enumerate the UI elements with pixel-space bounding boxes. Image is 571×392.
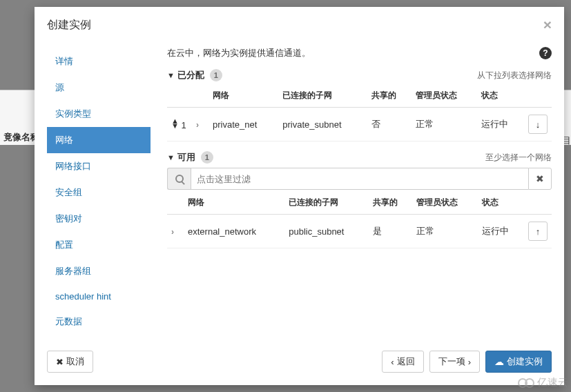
create-instance-modal: 创建实例 × 详情 源 实例类型 网络 网络接口 安全组 密钥对 配置 服务器组… — [35, 7, 564, 385]
col-status: 状态 — [477, 83, 524, 108]
col-admin: 管理员状态 — [412, 83, 477, 108]
cell-status: 运行中 — [478, 215, 524, 248]
close-icon: ✖ — [56, 357, 64, 367]
cancel-button[interactable]: ✖ 取消 — [47, 351, 93, 373]
watermark-text: 亿速云 — [537, 376, 568, 389]
order-cell[interactable]: ▲▼ 1 — [167, 108, 192, 141]
sidebar-item-scheduler[interactable]: scheduler hint — [47, 284, 151, 308]
expand-row-icon[interactable]: › — [171, 227, 174, 237]
allocated-toggle[interactable]: ▼ 已分配 1 — [167, 69, 222, 81]
col-shared: 共享的 — [369, 190, 412, 215]
available-title: 可用 — [177, 151, 195, 164]
filter-bar: ✖ — [167, 168, 552, 190]
search-icon — [167, 168, 191, 190]
chevron-down-icon: ▼ — [167, 71, 175, 79]
modal-footer: ✖ 取消 ‹ 返回 下一项 › ☁ 创建实例 — [35, 342, 564, 385]
modal-header: 创建实例 × — [35, 7, 564, 43]
watermark: 亿速云 — [518, 376, 568, 389]
sidebar-item-source[interactable]: 源 — [47, 75, 151, 101]
available-count-badge: 1 — [201, 151, 213, 164]
available-row: › external_network public_subnet 是 正常 运行… — [167, 215, 552, 248]
network-panel: 在云中，网络为实例提供通信通道。 ? ▼ 已分配 1 从下拉列表选择网络 网络 — [167, 43, 552, 333]
cell-network: external_network — [184, 215, 284, 248]
remove-network-button[interactable]: ↓ — [528, 115, 548, 134]
col-status: 状态 — [478, 190, 524, 215]
wizard-sidebar: 详情 源 实例类型 网络 网络接口 安全组 密钥对 配置 服务器组 schedu… — [47, 43, 151, 333]
clear-filter-icon[interactable]: ✖ — [528, 168, 552, 190]
modal-body: 详情 源 实例类型 网络 网络接口 安全组 密钥对 配置 服务器组 schedu… — [35, 43, 564, 342]
col-subnet: 已连接的子网 — [278, 83, 367, 108]
available-header-row: 网络 已连接的子网 共享的 管理员状态 状态 — [167, 190, 552, 215]
sidebar-item-metadata[interactable]: 元数据 — [47, 308, 151, 335]
col-network: 网络 — [184, 190, 284, 215]
allocated-count-badge: 1 — [210, 69, 222, 81]
sort-arrows-icon: ▲▼ — [171, 119, 179, 128]
allocated-section-head: ▼ 已分配 1 从下拉列表选择网络 — [167, 69, 552, 81]
help-icon[interactable]: ? — [539, 47, 552, 59]
panel-description: 在云中，网络为实例提供通信通道。 — [167, 47, 311, 59]
sidebar-item-config[interactable]: 配置 — [47, 232, 151, 258]
col-shared: 共享的 — [367, 83, 412, 108]
allocated-row: ▲▼ 1 › private_net private_subnet 否 正常 运… — [167, 108, 552, 141]
create-instance-button[interactable]: ☁ 创建实例 — [485, 351, 552, 373]
available-hint: 至少选择一个网络 — [485, 152, 552, 164]
allocated-title: 已分配 — [177, 69, 204, 81]
col-admin: 管理员状态 — [412, 190, 478, 215]
watermark-icon — [518, 378, 534, 388]
next-label: 下一项 — [438, 355, 465, 368]
modal-title: 创建实例 — [47, 18, 91, 32]
allocated-header-row: 网络 已连接的子网 共享的 管理员状态 状态 — [167, 83, 552, 108]
cell-admin: 正常 — [412, 215, 478, 248]
col-subnet: 已连接的子网 — [284, 190, 369, 215]
chevron-down-icon: ▼ — [167, 153, 175, 161]
sidebar-item-flavor[interactable]: 实例类型 — [47, 101, 151, 127]
sidebar-item-server-group[interactable]: 服务器组 — [47, 258, 151, 284]
available-toggle[interactable]: ▼ 可用 1 — [167, 151, 213, 164]
close-icon[interactable]: × — [543, 17, 552, 33]
chevron-right-icon: › — [468, 357, 471, 367]
sidebar-item-network[interactable]: 网络 — [47, 127, 151, 153]
back-button[interactable]: ‹ 返回 — [382, 351, 423, 373]
sidebar-item-network-port[interactable]: 网络接口 — [47, 153, 151, 179]
cell-admin: 正常 — [412, 108, 477, 141]
sidebar-item-keypair[interactable]: 密钥对 — [47, 206, 151, 232]
available-table: 网络 已连接的子网 共享的 管理员状态 状态 › external_networ… — [167, 190, 552, 248]
cell-subnet: private_subnet — [278, 108, 367, 141]
cell-shared: 否 — [367, 108, 412, 141]
cell-subnet: public_subnet — [284, 215, 369, 248]
sidebar-item-details[interactable]: 详情 — [47, 48, 151, 75]
sidebar-item-security-group[interactable]: 安全组 — [47, 179, 151, 206]
allocated-table: 网络 已连接的子网 共享的 管理员状态 状态 ▲▼ 1 › private_ne… — [167, 83, 552, 141]
back-label: 返回 — [397, 355, 415, 368]
col-network: 网络 — [209, 83, 278, 108]
cell-shared: 是 — [369, 215, 412, 248]
add-network-button[interactable]: ↑ — [528, 222, 548, 241]
filter-input[interactable] — [191, 168, 528, 190]
cloud-upload-icon: ☁ — [494, 356, 504, 367]
expand-row-icon[interactable]: › — [196, 120, 199, 130]
order-value: 1 — [182, 120, 186, 130]
cancel-label: 取消 — [66, 355, 84, 368]
cell-status: 运行中 — [477, 108, 524, 141]
cell-network: private_net — [209, 108, 278, 141]
allocated-hint: 从下拉列表选择网络 — [477, 70, 552, 81]
chevron-left-icon: ‹ — [391, 357, 394, 367]
available-section-head: ▼ 可用 1 至少选择一个网络 — [167, 151, 552, 164]
submit-label: 创建实例 — [507, 355, 543, 368]
next-button[interactable]: 下一项 › — [429, 351, 480, 373]
